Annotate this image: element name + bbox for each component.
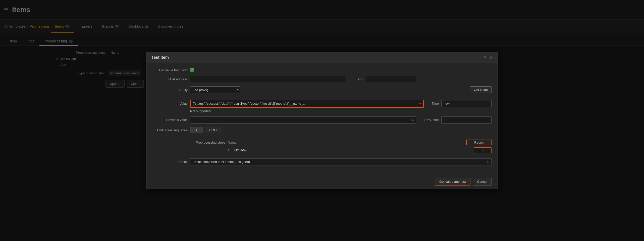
divider-3	[152, 156, 492, 156]
modal-overlay: Test item ? ✕ Get value from host Host a…	[0, 0, 644, 241]
modal-body: Get value from host Host address Port Pr…	[146, 63, 498, 174]
proxy-label: Proxy	[152, 88, 188, 92]
time-input[interactable]	[441, 100, 492, 107]
modal-title: Test item	[151, 55, 169, 60]
prev-value-edit-icon[interactable]: ✏	[411, 118, 414, 122]
modal-header: Test item ? ✕	[146, 52, 498, 63]
host-address-row: Host address Port	[152, 76, 492, 83]
prev-value-row: Previous value ✏ Prev. time	[152, 116, 492, 124]
prev-value-wrapper: ✏	[190, 116, 416, 124]
port-label: Port	[348, 77, 363, 81]
modal-prep-col-result: Result	[466, 140, 492, 145]
proxy-row: Proxy (no proxy) Get value	[152, 86, 492, 93]
value-label: Value	[152, 102, 188, 105]
value-input-wrapper: ✏	[190, 100, 424, 108]
prep-step1-name: JSONPath	[233, 148, 471, 152]
cancel-button[interactable]: Cancel	[473, 178, 492, 186]
modal-header-icons: ? ✕	[484, 55, 493, 60]
host-address-input[interactable]	[190, 76, 346, 83]
modal-prep-label: Preprocessing steps	[190, 141, 225, 144]
get-value-from-host-row: Get value from host	[152, 68, 492, 72]
previous-value-input[interactable]	[190, 116, 416, 124]
result-value: 0	[488, 160, 489, 164]
eol-crlf-button[interactable]: CRLF	[205, 127, 222, 133]
prep-step1-num: 1:	[228, 148, 231, 152]
modal-prep-header: Preprocessing steps Name Result	[152, 140, 492, 145]
get-value-from-host-label: Get value from host	[152, 68, 188, 72]
modal-prep-col-name: Name	[228, 141, 464, 144]
result-label: Result	[152, 160, 188, 164]
value-row: Value ✏ Time	[152, 100, 492, 108]
port-input[interactable]	[366, 76, 416, 83]
prep-step1-result: 0	[474, 147, 492, 153]
host-address-label: Host address	[152, 77, 188, 81]
value-edit-icon[interactable]: ✏	[419, 102, 422, 106]
result-desc: Result converted to Numeric (unsigned) 0	[190, 158, 492, 165]
divider-1	[152, 97, 492, 97]
get-value-and-test-button[interactable]: Get value and test	[435, 178, 470, 186]
eol-lf-button[interactable]: LF	[190, 127, 202, 133]
prev-time-input[interactable]	[441, 116, 492, 124]
previous-value-label: Previous value	[152, 118, 188, 122]
divider-2	[152, 137, 492, 137]
modal-footer: Get value and test Cancel	[146, 174, 498, 189]
time-label: Time	[426, 102, 439, 105]
value-input[interactable]	[191, 100, 423, 107]
prev-time-label: Prev. time	[419, 118, 439, 122]
proxy-select[interactable]: (no proxy)	[190, 86, 240, 93]
result-row: Result Result converted to Numeric (unsi…	[152, 158, 492, 165]
eol-label: End of line sequence	[152, 128, 188, 132]
get-value-from-host-checkbox[interactable]	[190, 68, 194, 72]
test-item-modal: Test item ? ✕ Get value from host Host a…	[146, 52, 498, 189]
close-icon[interactable]: ✕	[489, 55, 493, 60]
modal-prep-step-1: 1: JSONPath 0	[152, 147, 492, 153]
get-value-button[interactable]: Get value	[470, 86, 492, 93]
help-icon[interactable]: ?	[484, 55, 486, 60]
eol-row: End of line sequence LF CRLF	[152, 127, 492, 133]
not-supported-text: Not supported	[152, 109, 492, 113]
